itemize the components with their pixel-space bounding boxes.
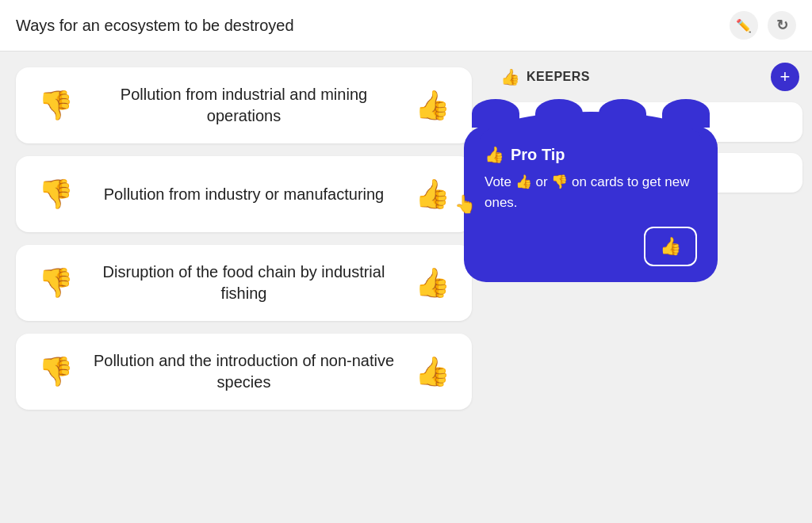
refresh-icon: ↻ [776, 17, 788, 34]
thumbs-up-icon: 👍 [415, 178, 450, 211]
page-title: Ways for an ecosystem to be destroyed [16, 17, 720, 35]
tooltip-bubble: 👆 👍 Pro Tip Vote 👍 or 👎 on cards to get … [464, 126, 718, 282]
add-keeper-button[interactable]: + [771, 63, 799, 91]
edit-button[interactable]: ✏️ [730, 11, 758, 40]
thumbs-up-icon: 👍 [415, 266, 450, 300]
thumbs-up-button[interactable]: 👍 [408, 170, 456, 218]
thumbs-down-button[interactable]: 👎 [32, 348, 79, 395]
list-item: 👎 Pollution from industrial and mining o… [16, 67, 472, 143]
app-header: Ways for an ecosystem to be destroyed ✏️… [0, 0, 812, 52]
thumbs-up-button[interactable]: 👍 [408, 82, 456, 129]
keepers-panel: 👍 KEEPERS + ...plant life ...ns and [488, 52, 812, 523]
list-item: 👎 Pollution and the introduction of non-… [16, 334, 472, 410]
card-text: Disruption of the food chain by industri… [92, 262, 396, 304]
thumbs-up-button[interactable]: 👍 [408, 348, 456, 395]
refresh-button[interactable]: ↻ [768, 11, 796, 40]
keepers-icon: 👍 [500, 67, 520, 86]
keepers-label: KEEPERS [527, 70, 764, 84]
thumbs-down-icon: 👎 [38, 89, 74, 122]
pro-tip-title: 👍 Pro Tip [485, 145, 697, 164]
thumbs-down-icon: 👎 [38, 266, 74, 300]
list-item: 👎 Pollution from industry or manufacturi… [16, 156, 472, 232]
card-text: Pollution from industry or manufacturing [92, 184, 396, 205]
thumbs-up-icon: 👍 [415, 89, 450, 122]
bump [535, 99, 583, 128]
thumbs-down-button[interactable]: 👎 [32, 82, 79, 129]
main-layout: 👎 Pollution from industrial and mining o… [0, 52, 812, 523]
pro-tip-tooltip: 👆 👍 Pro Tip Vote 👍 or 👎 on cards to get … [464, 99, 718, 282]
thumbs-down-icon: 👎 [38, 355, 74, 388]
keepers-header: 👍 KEEPERS + [488, 52, 812, 102]
thumbs-up-icon: 👍 [415, 355, 450, 388]
pro-tip-got-it-button[interactable]: 👍 [644, 227, 697, 266]
tooltip-bumps [464, 99, 718, 128]
card-text: Pollution and the introduction of non-na… [92, 350, 396, 393]
thumbs-down-icon: 👎 [38, 178, 74, 211]
thumbs-up-icon: 👍 [660, 236, 681, 257]
pro-tip-title-icon: 👍 [485, 145, 504, 164]
bump [599, 99, 646, 128]
pro-tip-body: Vote 👍 or 👎 on cards to get new ones. [485, 172, 697, 212]
thumbs-down-button[interactable]: 👎 [32, 259, 79, 307]
cards-panel: 👎 Pollution from industrial and mining o… [0, 52, 488, 523]
list-item: 👎 Disruption of the food chain by indust… [16, 245, 472, 321]
pointer-icon: 👆 [454, 194, 476, 215]
edit-icon: ✏️ [736, 18, 752, 33]
thumbs-down-button[interactable]: 👎 [32, 170, 79, 218]
card-text: Pollution from industrial and mining ope… [92, 84, 396, 127]
thumbs-up-button[interactable]: 👍 [408, 259, 456, 307]
bump [472, 99, 519, 128]
bump [662, 99, 710, 128]
